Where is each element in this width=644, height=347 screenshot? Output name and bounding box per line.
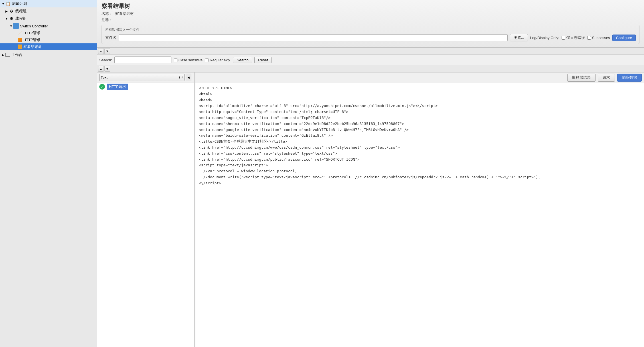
thread-group-1-label: 线程组 <box>15 9 27 14</box>
tree-panel-header: Text ⬆⬇ ◀ <box>97 72 194 82</box>
file-row: 文件名 浏览... Log/Display Only: 仅日志错误 Succes… <box>105 34 636 41</box>
tab-sampler-result[interactable]: 取样器结果 <box>567 74 596 82</box>
http-1-label: HTTP请求 <box>23 31 40 36</box>
file-label: 文件名 <box>105 35 116 40</box>
file-section-title: 所有数据写入一个文件 <box>105 27 636 32</box>
arrow-test-plan: ▼ <box>1 2 5 5</box>
regexp-text: Regular exp. <box>210 58 231 62</box>
toolbar2-up-btn[interactable]: ▲ <box>98 66 104 72</box>
browse-button[interactable]: 浏览... <box>510 34 528 41</box>
case-sensitive-checkbox[interactable] <box>174 58 177 62</box>
node-label: HTTP请求 <box>107 84 128 90</box>
arrow-switch: ▼ <box>9 25 13 28</box>
arrow-thread-group-2: ▼ <box>5 17 9 20</box>
search-button[interactable]: Search <box>233 57 252 63</box>
search-input[interactable] <box>114 57 171 63</box>
sidebar-item-workbench[interactable]: ▶ 工作台 <box>0 51 97 58</box>
sidebar-item-http-2[interactable]: HTTP请求 <box>0 37 97 43</box>
regexp-label[interactable]: Regular exp. <box>205 58 231 62</box>
thread-group-2-label: 线程组 <box>15 16 27 21</box>
sidebar-item-thread-group-1[interactable]: ▶ ⚙ 线程组 <box>0 7 97 15</box>
toolbar-down-btn[interactable]: ▼ <box>104 48 110 54</box>
tab-response-data[interactable]: 响应数据 <box>617 74 642 82</box>
http-2-icon <box>18 38 22 42</box>
code-area: <!DOCTYPE HTML> <html> <head> <script id… <box>195 83 644 347</box>
sidebar-item-switch-controller[interactable]: ▼ Switch Controller <box>0 22 97 30</box>
tree-scroll: ✓ HTTP请求 <box>97 82 194 347</box>
case-sensitive-label[interactable]: Case sensitive <box>174 58 203 62</box>
comment-label: 注释： <box>102 17 113 23</box>
tab-request[interactable]: 请求 <box>598 74 615 82</box>
search-label: Search: <box>99 58 112 62</box>
successes-checkbox-label[interactable]: Successes <box>587 36 610 40</box>
toolbar-2: ▲ ▼ <box>97 65 644 72</box>
results-icon <box>18 45 22 49</box>
panel-title: 察看结果树 <box>102 2 639 10</box>
sidebar: ▼ 📋 测试计划 ▶ ⚙ 线程组 ▼ ⚙ 线程组 ▼ Switch Contro… <box>0 0 97 347</box>
name-value: 察看结果树 <box>115 11 134 16</box>
http-1-icon <box>18 31 22 35</box>
log-errors-checkbox-label[interactable]: 仅日志错误 <box>562 35 585 40</box>
file-name-input[interactable] <box>119 34 508 41</box>
code-content: <!DOCTYPE HTML> <html> <head> <script id… <box>199 85 641 186</box>
toolbar-up-btn[interactable]: ▲ <box>98 48 104 54</box>
panel-header: 察看结果树 名称： 察看结果树 注释： 所有数据写入一个文件 文件名 浏览...… <box>97 0 644 48</box>
test-plan-icon: 📋 <box>5 1 11 7</box>
search-bar: Search: Case sensitive Regular exp. Sear… <box>97 55 644 65</box>
right-panel: 取样器结果 请求 响应数据 <!DOCTYPE HTML> <html> <he… <box>195 72 644 347</box>
reset-button[interactable]: Reset <box>254 57 272 63</box>
content-area: Text ⬆⬇ ◀ ✓ HTTP请求 取样器结果 请求 响应数据 <box>97 72 644 347</box>
tree-scroll-btn[interactable]: ◀ <box>186 74 191 81</box>
comment-row: 注释： <box>102 17 639 23</box>
regexp-checkbox[interactable] <box>205 58 208 62</box>
sidebar-item-http-1[interactable]: HTTP请求 <box>0 30 97 37</box>
workbench-label: 工作台 <box>11 52 23 57</box>
view-dropdown[interactable]: Text ⬆⬇ <box>99 74 185 81</box>
thread-group-2-icon: ⚙ <box>9 16 14 21</box>
tabs-row: 取样器结果 请求 响应数据 <box>195 72 644 83</box>
case-sensitive-text: Case sensitive <box>179 58 203 62</box>
successes-label: Successes <box>592 36 610 40</box>
log-errors-checkbox[interactable] <box>562 36 565 40</box>
arrow-thread-group-1: ▶ <box>5 10 9 13</box>
sidebar-item-results-tree[interactable]: 察看结果树 <box>0 43 97 50</box>
toolbar2-down-btn[interactable]: ▼ <box>104 66 110 72</box>
view-dropdown-text: Text <box>101 75 108 80</box>
name-row: 名称： 察看结果树 <box>102 11 639 16</box>
successes-checkbox[interactable] <box>587 36 591 40</box>
configure-button[interactable]: Configure <box>612 35 636 41</box>
log-display-label: Log/Display Only: <box>530 36 559 40</box>
toolbar-1: ▲ ▼ <box>97 48 644 55</box>
name-label: 名称： <box>102 11 113 16</box>
file-section: 所有数据写入一个文件 文件名 浏览... Log/Display Only: 仅… <box>102 25 639 44</box>
switch-controller-label: Switch Controller <box>20 24 48 28</box>
workbench-icon <box>5 53 10 57</box>
log-errors-label: 仅日志错误 <box>566 35 585 40</box>
switch-icon <box>13 23 19 29</box>
http-2-label: HTTP请求 <box>23 37 40 43</box>
tree-panel: Text ⬆⬇ ◀ ✓ HTTP请求 <box>97 72 194 347</box>
thread-group-1-icon: ⚙ <box>9 8 14 14</box>
test-plan-label: 测试计划 <box>12 1 27 6</box>
results-label: 察看结果树 <box>23 44 42 49</box>
main-panel: 察看结果树 名称： 察看结果树 注释： 所有数据写入一个文件 文件名 浏览...… <box>97 0 644 347</box>
sidebar-item-test-plan[interactable]: ▼ 📋 测试计划 <box>0 0 97 7</box>
arrow-workbench: ▶ <box>1 53 5 57</box>
node-status-icon: ✓ <box>99 84 105 90</box>
sidebar-item-thread-group-2[interactable]: ▼ ⚙ 线程组 <box>0 15 97 22</box>
dropdown-arrow-icon: ⬆⬇ <box>179 76 183 79</box>
tree-node-http[interactable]: ✓ HTTP请求 <box>97 82 194 91</box>
